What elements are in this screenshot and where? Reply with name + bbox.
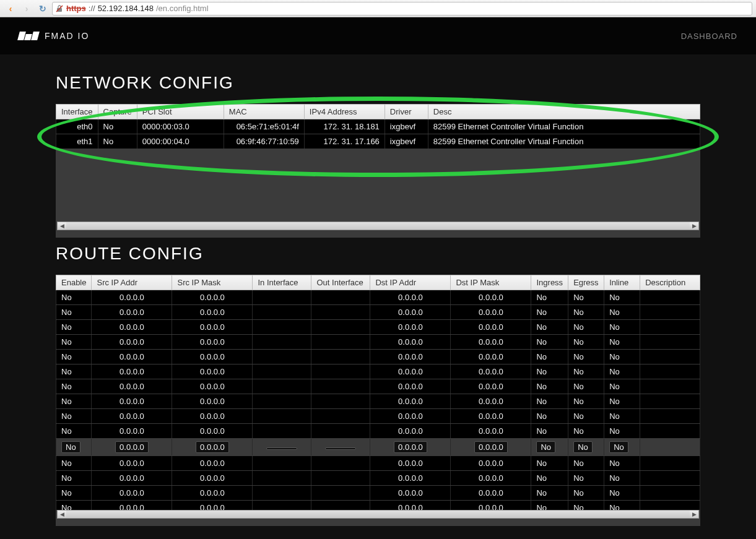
cell-enable[interactable]: No (56, 501, 92, 511)
cell-dstip[interactable]: 0.0.0.0 (370, 320, 451, 335)
cell-srcip[interactable]: 0.0.0.0 (92, 394, 172, 409)
cell-egress[interactable]: No (568, 290, 604, 305)
cell-dstip[interactable]: 0.0.0.0 (370, 486, 451, 501)
cell-inif[interactable] (253, 335, 311, 350)
cell-desc[interactable] (640, 305, 700, 320)
cell-dstip[interactable]: 0.0.0.0 (370, 471, 451, 486)
scroll-left-icon[interactable]: ◀ (58, 222, 66, 230)
cell-srcip[interactable]: 0.0.0.0 (92, 305, 172, 320)
cell-inline[interactable]: No (604, 471, 640, 486)
cell-inif[interactable] (253, 456, 311, 471)
cell-srcip[interactable]: 0.0.0.0 (92, 379, 172, 394)
scroll-left-icon[interactable]: ◀ (58, 511, 66, 518)
cell-desc[interactable] (640, 501, 700, 511)
cell-egress[interactable]: No (568, 305, 604, 320)
cell-enable[interactable]: No (56, 424, 92, 439)
cell-srcmask[interactable]: 0.0.0.0 (172, 409, 253, 424)
cell-dstmask[interactable]: 0.0.0.0 (451, 471, 531, 486)
cell-enable[interactable]: No (56, 305, 92, 320)
route-row[interactable]: No0.0.0.00.0.0.00.0.0.00.0.0.0NoNoNo (56, 364, 700, 379)
cell-outif[interactable] (311, 439, 370, 456)
cell-inline[interactable]: No (604, 335, 640, 350)
cell-egress[interactable]: No (568, 320, 604, 335)
cell-egress[interactable]: No (568, 424, 604, 439)
cell-egress[interactable]: No (568, 501, 604, 511)
cell-dstip[interactable]: 0.0.0.0 (370, 394, 451, 409)
cell-srcip[interactable]: 0.0.0.0 (92, 320, 172, 335)
cell-desc[interactable] (640, 471, 700, 486)
cell-srcmask[interactable]: 0.0.0.0 (172, 364, 253, 379)
cell-dstip[interactable]: 0.0.0.0 (370, 501, 451, 511)
cell-dstmask[interactable]: 0.0.0.0 (451, 335, 531, 350)
route-scroll-area[interactable]: Enable Src IP Addr Src IP Mask In Interf… (56, 275, 700, 510)
cell-egress[interactable]: No (568, 439, 604, 456)
cell-srcmask[interactable]: 0.0.0.0 (172, 424, 253, 439)
cell-desc[interactable] (640, 456, 700, 471)
cell-enable[interactable]: No (56, 290, 92, 305)
cell-enable[interactable]: No (56, 394, 92, 409)
cell-pci[interactable]: 0000:00:03.0 (137, 119, 224, 134)
cell-dstmask[interactable]: 0.0.0.0 (451, 409, 531, 424)
cell-outif[interactable] (311, 409, 370, 424)
cell-enable[interactable]: No (56, 486, 92, 501)
cell-iface[interactable]: eth1 (56, 134, 98, 149)
route-row[interactable]: No0.0.0.00.0.0.00.0.0.00.0.0.0NoNoNo (56, 320, 700, 335)
cell-ingress[interactable]: No (531, 305, 568, 320)
cell-srcip[interactable]: 0.0.0.0 (92, 456, 172, 471)
cell-pci[interactable]: 0000:00:04.0 (137, 134, 224, 149)
cell-outif[interactable] (311, 290, 370, 305)
cell-srcmask[interactable]: 0.0.0.0 (172, 335, 253, 350)
cell-desc[interactable] (640, 335, 700, 350)
col-desc[interactable]: Desc (428, 105, 700, 119)
cell-ingress[interactable]: No (531, 320, 568, 335)
cell-egress[interactable]: No (568, 471, 604, 486)
cell-inif[interactable] (253, 486, 311, 501)
route-row[interactable]: No0.0.0.00.0.0.00.0.0.00.0.0.0NoNoNo (56, 439, 700, 456)
col-srcip[interactable]: Src IP Addr (92, 275, 172, 290)
cell-srcip[interactable]: 0.0.0.0 (92, 409, 172, 424)
cell-srcmask[interactable]: 0.0.0.0 (172, 350, 253, 364)
cell-egress[interactable]: No (568, 379, 604, 394)
reload-button[interactable]: ↻ (36, 2, 50, 15)
cell-inline[interactable]: No (604, 501, 640, 511)
route-row[interactable]: No0.0.0.00.0.0.00.0.0.00.0.0.0NoNoNo (56, 350, 700, 364)
cell-inif[interactable] (253, 364, 311, 379)
cell-srcip[interactable]: 0.0.0.0 (92, 290, 172, 305)
cell-desc[interactable]: 82599 Ethernet Controller Virtual Functi… (428, 119, 700, 134)
cell-ingress[interactable]: No (531, 439, 568, 456)
cell-dstmask[interactable]: 0.0.0.0 (451, 424, 531, 439)
cell-desc[interactable] (640, 379, 700, 394)
cell-inif[interactable] (253, 320, 311, 335)
scroll-right-icon[interactable]: ▶ (690, 222, 698, 230)
route-row[interactable]: No0.0.0.00.0.0.00.0.0.00.0.0.0NoNoNo (56, 305, 700, 320)
cell-outif[interactable] (311, 350, 370, 364)
cell-inline[interactable]: No (604, 320, 640, 335)
back-button[interactable]: ‹ (4, 2, 17, 15)
url-bar[interactable]: https://52.192.184.148/en.config.html (52, 2, 752, 15)
cell-srcmask[interactable]: 0.0.0.0 (172, 439, 253, 456)
cell-inif[interactable] (253, 394, 311, 409)
cell-inif[interactable] (253, 305, 311, 320)
cell-driver[interactable]: ixgbevf (385, 119, 428, 134)
cell-dstip[interactable]: 0.0.0.0 (370, 350, 451, 364)
cell-desc[interactable] (640, 320, 700, 335)
cell-outif[interactable] (311, 379, 370, 394)
route-row[interactable]: No0.0.0.00.0.0.00.0.0.00.0.0.0NoNoNo (56, 424, 700, 439)
cell-srcip[interactable]: 0.0.0.0 (92, 364, 172, 379)
cell-inline[interactable]: No (604, 364, 640, 379)
cell-dstmask[interactable]: 0.0.0.0 (451, 379, 531, 394)
col-inif[interactable]: In Interface (253, 275, 311, 290)
cell-egress[interactable]: No (568, 335, 604, 350)
cell-ingress[interactable]: No (531, 335, 568, 350)
cell-ingress[interactable]: No (531, 409, 568, 424)
cell-dstip[interactable]: 0.0.0.0 (370, 335, 451, 350)
cell-srcip[interactable]: 0.0.0.0 (92, 424, 172, 439)
cell-desc[interactable] (640, 409, 700, 424)
network-row[interactable]: eth0No0000:00:03.006:5e:71:e5:01:4f172. … (56, 119, 700, 134)
cell-srcip[interactable]: 0.0.0.0 (92, 350, 172, 364)
cell-dstip[interactable]: 0.0.0.0 (370, 290, 451, 305)
cell-inline[interactable]: No (604, 379, 640, 394)
cell-mac[interactable]: 06:9f:46:77:10:59 (224, 134, 304, 149)
col-dstip[interactable]: Dst IP Addr (370, 275, 451, 290)
cell-inif[interactable] (253, 501, 311, 511)
